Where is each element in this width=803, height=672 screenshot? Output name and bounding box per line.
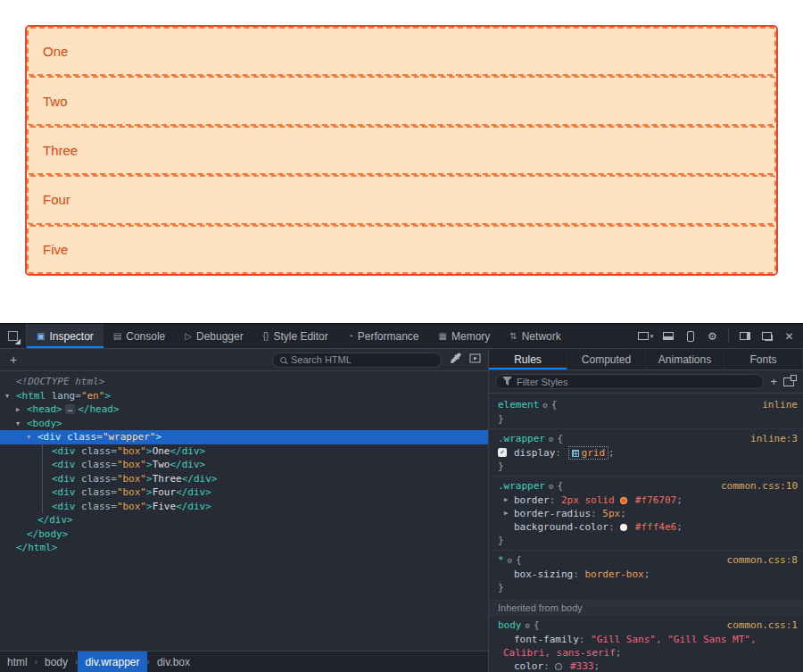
- sidebar-tab-rules[interactable]: Rules: [489, 349, 567, 369]
- rule-source-link[interactable]: common.css:8: [727, 553, 798, 567]
- css-declaration[interactable]: font-family: "Gill Sans", "Gill Sans MT"…: [498, 633, 798, 646]
- markup-token: </head>: [78, 403, 119, 415]
- markup-line[interactable]: <div class="box">Two</div>: [0, 458, 488, 472]
- tab-memory[interactable]: ▦Memory: [429, 324, 501, 348]
- inspected-page: OneTwoThreeFourFive: [0, 0, 803, 323]
- breadcrumb-item-div-box[interactable]: div.box: [150, 651, 197, 672]
- add-node-button[interactable]: +: [7, 353, 20, 367]
- markup-token: <div: [52, 486, 76, 498]
- tab-label: Console: [126, 330, 165, 343]
- markup-line[interactable]: <!DOCTYPE html>: [0, 375, 488, 389]
- devtools-tabbar: ▣Inspector▤Console▷Debugger{}Style Edito…: [0, 324, 803, 349]
- twisty-icon[interactable]: ▼: [5, 390, 9, 404]
- dock-side-icon[interactable]: [734, 328, 755, 345]
- node-picker-button[interactable]: [0, 324, 27, 348]
- responsive-design-icon[interactable]: [680, 328, 700, 345]
- css-declaration[interactable]: background-color: #fff4e6;: [498, 520, 798, 534]
- markup-token: =: [75, 390, 81, 402]
- search-input[interactable]: [291, 354, 434, 365]
- tab-inspector[interactable]: ▣Inspector: [27, 324, 103, 348]
- markup-line[interactable]: <div class="box">Four</div>: [0, 485, 488, 500]
- markup-token: =: [96, 431, 103, 443]
- pseudo-class-panel-icon[interactable]: [783, 377, 794, 386]
- tab-label: Style Editor: [273, 330, 327, 343]
- twisty-icon[interactable]: ▼: [16, 418, 20, 432]
- tab-debugger[interactable]: ▷Debugger: [175, 324, 252, 348]
- page-box-label: Three: [43, 143, 78, 158]
- breadcrumb-item-html[interactable]: html: [0, 651, 35, 672]
- expander-icon[interactable]: ▶: [504, 507, 508, 520]
- rule-source-link[interactable]: common.css:10: [721, 479, 798, 493]
- dock-bottom-icon[interactable]: [658, 328, 678, 345]
- sidebar-tab-computed[interactable]: Computed: [567, 349, 646, 369]
- markup-token: <div: [52, 473, 76, 485]
- rule-gear-icon[interactable]: ⚙: [526, 621, 530, 630]
- select-iframe-icon[interactable]: ▾: [635, 328, 656, 345]
- rule-header: common.css:1body⚙{: [498, 618, 798, 633]
- css-declaration[interactable]: box-sizing: border-box;: [498, 568, 798, 581]
- rule-gear-icon[interactable]: ⚙: [508, 556, 512, 565]
- markup-line[interactable]: ▼<div class="wrapper">: [0, 430, 488, 444]
- rule-close: }: [498, 534, 798, 547]
- markup-line[interactable]: ▶<head>…</head>: [0, 402, 488, 417]
- devtools-main: + <!DOCTYPE html>▼<html lang="en">▶<head…: [0, 349, 803, 672]
- rule-source-link[interactable]: inline: [762, 398, 798, 411]
- color-swatch[interactable]: [555, 663, 562, 670]
- color-swatch[interactable]: [620, 497, 627, 504]
- style-editor-icon: {}: [263, 331, 269, 341]
- color-swatch[interactable]: [620, 524, 627, 531]
- settings-icon[interactable]: ⚙: [702, 328, 723, 345]
- breadcrumb-item-body[interactable]: body: [37, 651, 75, 672]
- sidebar-tab-animations[interactable]: Animations: [646, 349, 724, 369]
- markup-line[interactable]: </html>: [0, 541, 488, 555]
- tab-label: Performance: [358, 330, 419, 343]
- rule-source-link[interactable]: common.css:1: [727, 618, 798, 632]
- css-declaration[interactable]: ▶border-radius: 5px;: [498, 507, 798, 520]
- twisty-icon[interactable]: ▶: [16, 403, 20, 418]
- indent-guide: [42, 500, 43, 514]
- rule-source-link[interactable]: inline:3: [750, 432, 798, 445]
- css-value: Calibri, sans-serif: [503, 647, 616, 659]
- grid-toggle[interactable]: grid: [568, 446, 609, 460]
- markup-token: =: [111, 486, 117, 498]
- markup-token: Two: [153, 459, 170, 470]
- separate-window-icon[interactable]: [757, 328, 777, 345]
- rule-gear-icon[interactable]: ⚙: [549, 482, 553, 491]
- rule-header: common.css:10.wrapper⚙{: [498, 479, 798, 494]
- markup-line[interactable]: ▼<html lang="en">: [0, 389, 488, 403]
- collapsed-ellipsis[interactable]: …: [65, 404, 75, 414]
- markup-line[interactable]: <div class="box">One</div>: [0, 444, 488, 459]
- markup-token: >: [146, 486, 153, 498]
- markup-token: >: [146, 445, 153, 457]
- declaration-checkbox[interactable]: ✓: [498, 448, 507, 457]
- markup-line[interactable]: <div class="box">Three</div>: [0, 472, 488, 486]
- twisty-icon[interactable]: ▼: [27, 431, 30, 445]
- tab-console[interactable]: ▤Console: [103, 324, 175, 348]
- add-rule-button[interactable]: +: [770, 375, 777, 388]
- css-declaration[interactable]: ▶border: 2px solid #f76707;: [498, 494, 798, 507]
- rule-gear-icon[interactable]: ⚙: [542, 401, 547, 410]
- markup-token: </div>: [170, 445, 206, 457]
- breadcrumb-item-div-wrapper[interactable]: div.wrapper: [78, 651, 146, 672]
- markup-line[interactable]: </body>: [0, 527, 488, 542]
- markup-line[interactable]: <div class="box">Five</div>: [0, 500, 488, 514]
- markup-token: "en": [81, 390, 105, 402]
- markup-token: >: [155, 431, 161, 443]
- rule-gear-icon[interactable]: ⚙: [549, 435, 553, 444]
- css-declaration[interactable]: ✓display: grid;: [498, 446, 798, 460]
- markup-line[interactable]: </div>: [0, 513, 488, 527]
- markup-token: class: [76, 459, 112, 470]
- tab-network[interactable]: ⇅Network: [500, 324, 570, 348]
- screenshot-icon[interactable]: [469, 353, 481, 366]
- tab-performance[interactable]: ◔Performance: [338, 324, 429, 348]
- eyedropper-icon[interactable]: [450, 353, 461, 367]
- markup-line[interactable]: ▼<body>: [0, 417, 488, 431]
- css-declaration-wrap: Calibri, sans-serif;: [498, 646, 798, 660]
- filter-styles-input[interactable]: [517, 377, 757, 387]
- css-declaration[interactable]: color: #333;: [498, 660, 798, 672]
- sidebar-tab-fonts[interactable]: Fonts: [724, 349, 803, 369]
- expander-icon[interactable]: ▶: [504, 494, 508, 507]
- close-devtools-icon[interactable]: ✕: [779, 328, 799, 345]
- tab-style-editor[interactable]: {}Style Editor: [253, 324, 338, 348]
- markup-token: <!DOCTYPE html>: [16, 376, 104, 387]
